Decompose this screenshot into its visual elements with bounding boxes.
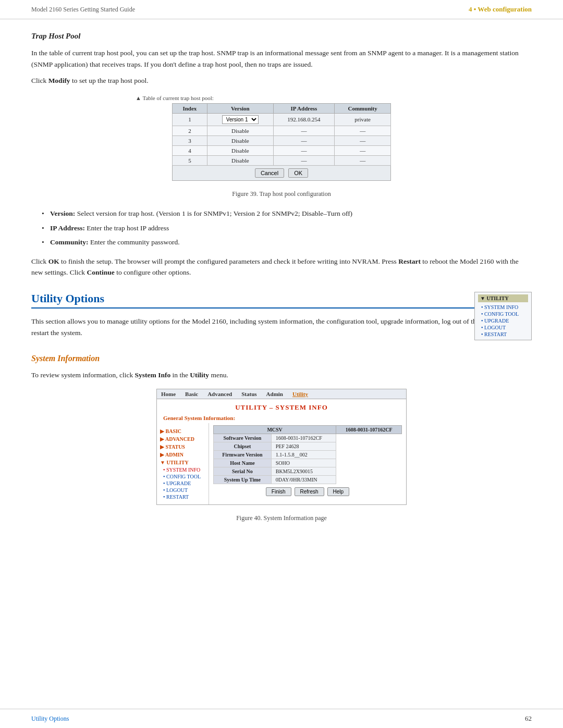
cell-community: private (335, 113, 391, 126)
mcsv-value-header: 1608-0031-107162CF (336, 426, 402, 434)
bullet-item: IP Address: Enter the trap host IP addre… (42, 221, 532, 236)
nav-item[interactable]: Home (161, 391, 176, 397)
bullet-item: Community: Enter the community password. (42, 235, 532, 250)
nav-item[interactable]: Utility (292, 391, 308, 397)
trap-intro-text: In the table of current trap host pool, … (31, 47, 532, 70)
sidebar-item[interactable]: RESTART (481, 331, 528, 338)
nav-item[interactable]: Advanced (207, 391, 232, 397)
sysinfo-table-row: Software Version1608-0031-107162CF (214, 434, 402, 442)
cell-version: Disable (207, 155, 273, 165)
cell-ip: — (273, 126, 335, 135)
trap-host-pool-section: Trap Host Pool In the table of current t… (31, 30, 532, 278)
nav-item[interactable]: Status (241, 391, 256, 397)
cell-version: Disable (207, 126, 273, 135)
sidebar-items-list: SYSTEM INFOCONFIG TOOLUPGRADELOGOUTRESTA… (478, 304, 528, 338)
sysinfo-main-area: MCSV 1608-0031-107162CF Software Version… (209, 423, 406, 504)
sysinfo-nav-bar: HomeBasicAdvancedStatusAdminUtility (157, 389, 406, 399)
cell-ip: — (273, 135, 335, 145)
left-nav-sub-item[interactable]: RESTART (160, 493, 205, 500)
system-info-bold: System Info (135, 371, 171, 379)
left-nav-item[interactable]: ▶ ADMIN (160, 451, 205, 459)
sysinfo-table-row: Firmware Version1.1-1.5.8__002 (214, 451, 402, 459)
sysinfo-title: System Information (31, 352, 532, 365)
sysinfo-label: Host Name (214, 459, 272, 467)
left-nav-item[interactable]: ▶ ADVANCED (160, 435, 205, 443)
sidebar-item[interactable]: UPGRADE (481, 317, 528, 324)
trap-table-row: 5 Disable — — (173, 155, 391, 165)
footer-bar: Utility Options 62 (0, 709, 563, 728)
col-community: Community (335, 103, 391, 113)
col-ip: IP Address (273, 103, 335, 113)
cell-index: 4 (173, 145, 207, 155)
trap-click-rest: to set up the trap host pool. (70, 77, 149, 84)
footer-right: 62 (525, 714, 532, 723)
sysinfo-left-nav: ▶ BASIC▶ ADVANCED▶ STATUS▶ ADMIN▼ UTILIT… (157, 423, 209, 504)
trap-table-row: 1 Version 1 192.168.0.254 private (173, 113, 391, 126)
nav-item[interactable]: Admin (266, 391, 283, 397)
sidebar-item[interactable]: SYSTEM INFO (481, 304, 528, 311)
cell-index: 1 (173, 113, 207, 126)
left-nav-sub-highlighted[interactable]: SYSTEM INFO (160, 466, 205, 473)
cell-index: 5 (173, 155, 207, 165)
nav-item[interactable]: Basic (185, 391, 198, 397)
trap-table-row: 2 Disable — — (173, 126, 391, 135)
trap-host-table: Index Version IP Address Community 1 Ver… (172, 103, 391, 166)
utility-sidebar: ▼ UTILITY SYSTEM INFOCONFIG TOOLUPGRADEL… (474, 292, 532, 340)
system-information-section: System Information To review system info… (31, 352, 532, 523)
cell-index: 2 (173, 126, 207, 135)
header-right-text: 4 • Web configuration (469, 5, 532, 14)
sysinfo-label: Chipset (214, 442, 272, 451)
version-select[interactable]: Version 1 (222, 115, 259, 124)
sysinfo-subtitle: General System Information: (157, 414, 406, 423)
sysinfo-value: PEF 24628 (271, 442, 336, 451)
cell-community: — (335, 135, 391, 145)
col-version: Version (207, 103, 273, 113)
modify-bold: Modify (48, 77, 70, 84)
header-bar: Model 2160 Series Getting Started Guide … (0, 0, 563, 19)
mcsv-header: MCSV (214, 426, 336, 434)
bullet-text: Enter the trap host IP address (85, 224, 169, 232)
sysinfo-table-row: ChipsetPEF 24628 (214, 442, 402, 451)
left-nav-sub-item[interactable]: UPGRADE (160, 480, 205, 487)
help-button[interactable]: Help (327, 487, 350, 496)
sysinfo-table-row: System Up Time0DAY/0HR/33MIN (214, 476, 402, 484)
trap-table-wrapper: ▲ Table of current trap host pool: Index… (31, 95, 532, 181)
cell-version: Disable (207, 135, 273, 145)
trap-table-row: 4 Disable — — (173, 145, 391, 155)
sysinfo-value: 1608-0031-107162CF (271, 434, 336, 442)
ok-button[interactable]: OK (288, 168, 308, 178)
left-nav-sub-item[interactable]: CONFIG TOOL (160, 473, 205, 480)
trap-table-caption: ▲ Table of current trap host pool: (31, 95, 214, 101)
refresh-button[interactable]: Refresh (295, 487, 324, 496)
cell-version: Disable (207, 145, 273, 155)
bullet-bold: Community: (50, 238, 89, 246)
sysinfo-value: BKM5L2X90015 (271, 467, 336, 476)
left-nav-sub-item[interactable]: LOGOUT (160, 487, 205, 493)
sidebar-item[interactable]: LOGOUT (481, 324, 528, 331)
left-nav-item-active[interactable]: ▼ UTILITY (160, 459, 205, 466)
figure-39-caption: Figure 39. Trap host pool configuration (31, 189, 532, 199)
sidebar-item[interactable]: CONFIG TOOL (481, 311, 528, 317)
bullet-item: Version: Select version for trap host. (… (42, 206, 532, 221)
trap-bullets-list: Version: Select version for trap host. (… (31, 206, 532, 250)
cell-ip: 192.168.0.254 (273, 113, 335, 126)
sysinfo-data-table: MCSV 1608-0031-107162CF Software Version… (213, 425, 402, 484)
sysinfo-figure: HomeBasicAdvancedStatusAdminUtility UTIL… (31, 389, 532, 505)
utility-options-section: Utility Options This section allows you … (31, 292, 532, 338)
sysinfo-table-row: Host NameSOHO (214, 459, 402, 467)
sysinfo-value: SOHO (271, 459, 336, 467)
sidebar-title: ▼ UTILITY (478, 294, 528, 302)
sysinfo-table-row: Serial NoBKM5L2X90015 (214, 467, 402, 476)
trap-click-instruction: Click Modify to set up the trap host poo… (31, 75, 532, 87)
left-nav-item[interactable]: ▶ STATUS (160, 443, 205, 451)
cell-community: — (335, 126, 391, 135)
sysinfo-value: 1.1-1.5.8__002 (271, 451, 336, 459)
sysinfo-page-title: UTILITY – SYSTEM INFO (157, 399, 406, 414)
finish-button[interactable]: Finish (266, 487, 291, 496)
sysinfo-button-row: FinishRefreshHelp (213, 484, 402, 499)
cancel-button[interactable]: Cancel (255, 168, 284, 178)
continue-bold: Continue (87, 268, 115, 276)
left-nav-item[interactable]: ▶ BASIC (160, 427, 205, 435)
cell-ip: — (273, 155, 335, 165)
utility-intro: This section allows you to manage utilit… (31, 316, 532, 338)
